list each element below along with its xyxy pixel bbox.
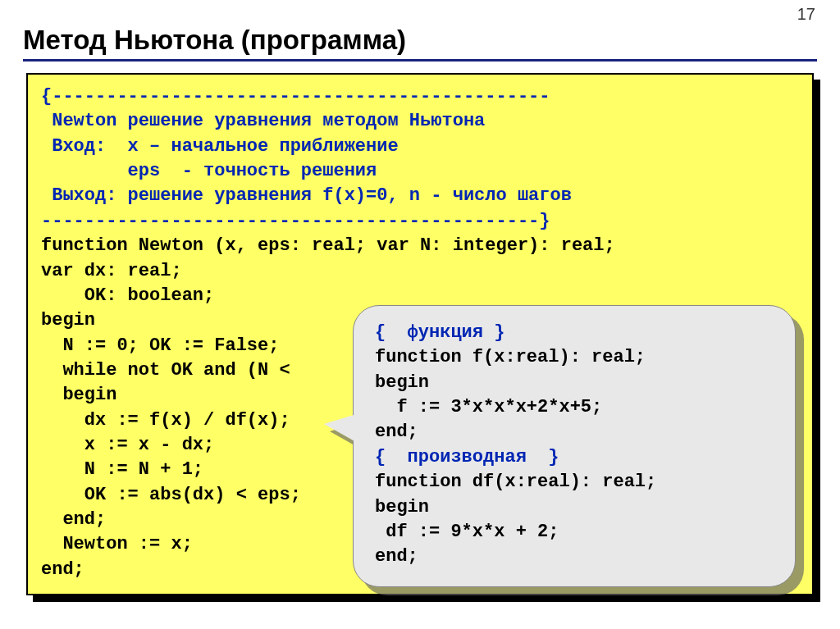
code-line: Выход: решение уравнения f(x)=0, n - чис… [41, 184, 799, 208]
slide-title: Метод Ньютона (программа) [23, 25, 817, 56]
code-line: Вход: x – начальное приближение [41, 134, 799, 159]
callout-container: { функция } function f(x:real): real; be… [353, 305, 796, 587]
callout-line: end; [375, 545, 777, 569]
callout-line: function f(x:real): real; [375, 345, 777, 370]
code-line: {---------------------------------------… [41, 84, 799, 109]
callout-line: begin [375, 495, 777, 520]
callout-line: f := 3*x*x*x+2*x+5; [375, 395, 777, 420]
callout-line: begin [375, 371, 777, 395]
callout-line: { функция } [375, 321, 777, 345]
callout-bubble: { функция } function f(x:real): real; be… [353, 305, 796, 587]
callout-tail-icon [324, 412, 362, 445]
callout-line: function df(x:real): real; [375, 470, 777, 495]
code-line: eps - точность решения [41, 159, 799, 184]
page-number: 17 [797, 5, 815, 24]
callout-line: end; [375, 420, 777, 444]
code-line: var dx: real; [41, 259, 799, 284]
code-line: Newton решение уравнения методом Ньютона [41, 109, 799, 134]
code-line: function Newton (x, eps: real; var N: in… [41, 234, 799, 258]
callout-line: { производная } [375, 445, 777, 470]
code-line: ----------------------------------------… [41, 209, 799, 234]
title-underline [23, 59, 817, 62]
callout-line: df := 9*x*x + 2; [375, 520, 777, 545]
